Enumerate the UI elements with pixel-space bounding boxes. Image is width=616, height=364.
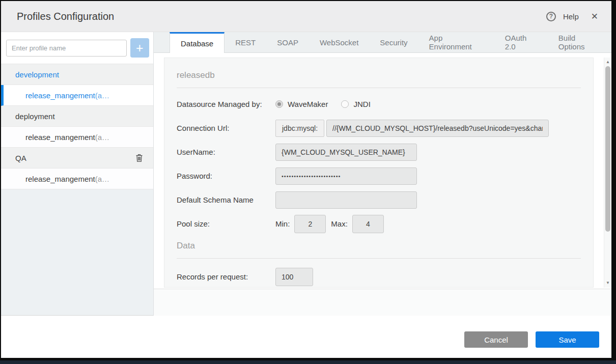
profile-group-label: deployment bbox=[15, 112, 55, 121]
pool-min-label: Min: bbox=[275, 219, 290, 228]
add-profile-button[interactable]: + bbox=[130, 38, 149, 58]
vertical-scrollbar[interactable]: ▲ ▼ bbox=[604, 58, 611, 288]
connection-url-row: Connection Url: jdbc:mysql: bbox=[177, 116, 581, 140]
scroll-up-icon[interactable]: ▲ bbox=[604, 59, 611, 66]
header-actions: ? Help ✕ bbox=[546, 11, 598, 22]
dialog-footer: Cancel Save bbox=[1, 316, 611, 358]
radio-unselected-icon[interactable] bbox=[341, 100, 349, 108]
profile-item-suffix: (a… bbox=[95, 175, 109, 183]
save-button[interactable]: Save bbox=[536, 331, 599, 348]
records-label: Records per request: bbox=[177, 272, 275, 281]
tab-app-environment[interactable]: App Environment bbox=[418, 32, 494, 52]
password-label: Password: bbox=[177, 172, 275, 180]
sidebar-item-deployment[interactable]: deployment bbox=[1, 106, 153, 127]
main-panel: Database REST SOAP WebSocket Security Ap… bbox=[154, 32, 611, 316]
section-title-releasedb: releasedb bbox=[177, 58, 581, 80]
profile-search-row: + bbox=[1, 32, 153, 64]
sidebar-item-release-mangement-selected[interactable]: release_mangement (a… bbox=[1, 85, 153, 106]
pool-size-label: Pool size: bbox=[177, 219, 275, 228]
delete-profile-icon[interactable] bbox=[135, 154, 143, 162]
scroll-down-icon[interactable]: ▼ bbox=[604, 279, 611, 287]
section-divider-data bbox=[177, 258, 581, 259]
radio-jndi[interactable]: JNDI bbox=[341, 100, 370, 108]
profile-item-suffix: (a… bbox=[95, 91, 109, 100]
pool-max-label: Max: bbox=[331, 219, 348, 228]
username-row: UserName: bbox=[177, 140, 581, 164]
profile-item-suffix: (a… bbox=[95, 133, 109, 142]
profiles-list: development release_mangement (a… deploy… bbox=[1, 64, 153, 189]
profiles-configuration-dialog: Profiles Configuration ? Help ✕ + develo… bbox=[1, 1, 611, 358]
tab-websocket[interactable]: WebSocket bbox=[309, 32, 369, 52]
profile-item-label: release_mangement bbox=[25, 133, 95, 142]
database-config-card: releasedb Datasource Managed by: WaveMak… bbox=[164, 58, 594, 288]
password-input[interactable] bbox=[275, 167, 417, 185]
cancel-button[interactable]: Cancel bbox=[464, 331, 528, 348]
scrollbar-thumb[interactable] bbox=[605, 66, 610, 232]
help-icon[interactable]: ? bbox=[546, 12, 556, 21]
sidebar-item-release-mangement-2[interactable]: release_mangement (a… bbox=[1, 127, 153, 148]
pool-size-row: Pool size: Min: Max: bbox=[177, 212, 581, 236]
radio-wavemaker[interactable]: WaveMaker bbox=[275, 100, 328, 108]
content-bottom-strip bbox=[154, 289, 611, 316]
schema-input[interactable] bbox=[275, 191, 417, 209]
schema-label: Default Schema Name bbox=[177, 195, 275, 204]
profile-item-label: release_mangement bbox=[25, 175, 95, 183]
help-link[interactable]: Help bbox=[563, 12, 579, 21]
sidebar-item-qa[interactable]: QA bbox=[1, 148, 153, 169]
section-divider bbox=[177, 88, 581, 88]
config-tabs: Database REST SOAP WebSocket Security Ap… bbox=[154, 32, 611, 53]
schema-row: Default Schema Name bbox=[177, 188, 581, 212]
username-label: UserName: bbox=[177, 148, 275, 156]
profiles-sidebar: + development release_mangement (a… depl… bbox=[1, 32, 154, 316]
sidebar-item-release-mangement-3[interactable]: release_mangement (a… bbox=[1, 169, 153, 189]
datasource-radio-group: WaveMaker JNDI bbox=[275, 100, 371, 108]
profile-item-label: release_mangement bbox=[25, 91, 95, 100]
tab-security[interactable]: Security bbox=[369, 32, 418, 52]
connection-url-label: Connection Url: bbox=[177, 124, 275, 132]
pool-min-input[interactable] bbox=[294, 215, 326, 233]
database-tab-content: releasedb Datasource Managed by: WaveMak… bbox=[154, 53, 611, 316]
tab-build-options[interactable]: Build Options bbox=[548, 32, 611, 52]
profile-group-label: QA bbox=[15, 154, 26, 162]
window-background-strip bbox=[0, 360, 616, 364]
radio-selected-icon[interactable] bbox=[275, 100, 283, 108]
password-row: Password: bbox=[177, 164, 581, 188]
form-rows: Datasource Managed by: WaveMaker JNDI bbox=[177, 92, 581, 236]
section-title-data: Data bbox=[177, 241, 581, 251]
profile-group-label: development bbox=[15, 70, 59, 79]
profile-name-input[interactable] bbox=[6, 40, 127, 57]
datasource-label: Datasource Managed by: bbox=[177, 100, 275, 108]
tab-soap[interactable]: SOAP bbox=[266, 32, 309, 52]
radio-wavemaker-label: WaveMaker bbox=[288, 100, 328, 108]
connection-url-input[interactable] bbox=[326, 120, 549, 137]
tab-oauth[interactable]: OAuth 2.0 bbox=[494, 32, 548, 52]
pool-max-input[interactable] bbox=[352, 215, 384, 233]
records-input[interactable] bbox=[275, 268, 313, 286]
username-input[interactable] bbox=[275, 144, 417, 161]
jdbc-prefix: jdbc:mysql: bbox=[275, 120, 324, 137]
close-icon[interactable]: ✕ bbox=[591, 11, 598, 22]
radio-jndi-label: JNDI bbox=[353, 100, 370, 108]
page-title: Profiles Configuration bbox=[17, 11, 114, 22]
datasource-row: Datasource Managed by: WaveMaker JNDI bbox=[177, 92, 581, 116]
sidebar-item-development[interactable]: development bbox=[1, 64, 153, 85]
records-row: Records per request: bbox=[177, 265, 581, 288]
tab-rest[interactable]: REST bbox=[225, 32, 266, 52]
tab-database[interactable]: Database bbox=[170, 32, 225, 53]
dialog-header: Profiles Configuration ? Help ✕ bbox=[1, 1, 611, 32]
